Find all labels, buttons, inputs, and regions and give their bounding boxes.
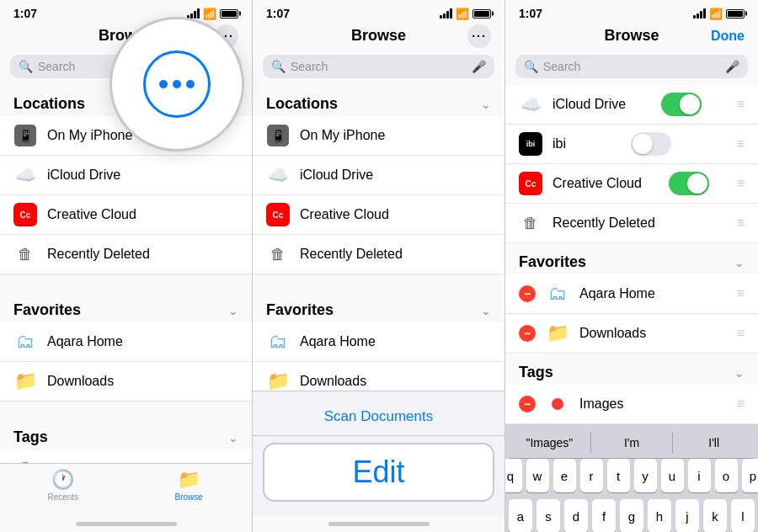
key-j[interactable]: j [675, 499, 699, 532]
favorites-chevron-2[interactable]: ⌄ [481, 304, 491, 317]
key-q[interactable]: q [505, 459, 522, 492]
key-s[interactable]: s [536, 499, 560, 532]
drag-handle-ibi[interactable]: ≡ [737, 136, 745, 152]
list-item-on-my-iphone-2[interactable]: 📱 On My iPhone [253, 116, 504, 156]
list-item-downloads-1[interactable]: 📁 Downloads [0, 362, 252, 402]
tab-browse-1[interactable]: 📁 Browse [126, 469, 253, 502]
list-item-ibi-3[interactable]: ibi ibi ≡ [505, 125, 758, 164]
drag-handle-downloads[interactable]: ≡ [737, 326, 745, 341]
favorites-title-3: Favorites [519, 253, 586, 271]
list-item-downloads-3[interactable]: − 📁 Downloads ≡ [505, 314, 758, 354]
downloads-label-3: Downloads [579, 326, 646, 341]
done-button[interactable]: Done [711, 29, 745, 44]
favorites-section-1: Favorites ⌄ [0, 291, 252, 322]
status-bar-1: 1:07 📶 [0, 0, 252, 24]
downloads-icon-1: 📁 [13, 370, 37, 393]
key-g[interactable]: g [620, 499, 643, 532]
key-d[interactable]: d [564, 499, 588, 532]
key-a[interactable]: a [509, 499, 532, 532]
ibi-toggle[interactable] [631, 132, 671, 156]
key-k[interactable]: k [703, 499, 727, 532]
list-item-recently-deleted-1[interactable]: 🗑 Recently Deleted [0, 235, 252, 274]
battery-icon-2 [472, 9, 491, 19]
autocomplete-images[interactable]: "Images" [509, 433, 591, 453]
favorites-chevron-1[interactable]: ⌄ [228, 304, 238, 317]
drag-handle-images[interactable]: ≡ [737, 396, 745, 412]
creative-icon-2: Cc [266, 203, 290, 226]
autocomplete-bar: "Images" I'm I'll [509, 429, 755, 459]
more-dots-2: ··· [472, 29, 487, 43]
list-item-downloads-2[interactable]: 📁 Downloads [253, 362, 504, 391]
list-item-recently-deleted-2[interactable]: 🗑 Recently Deleted [253, 235, 504, 274]
key-t[interactable]: t [607, 459, 630, 492]
key-p[interactable]: p [742, 459, 759, 492]
wifi-icon-2: 📶 [456, 8, 469, 20]
header-3: Browse Done [505, 24, 758, 51]
wifi-icon-1: 📶 [203, 8, 216, 20]
scan-documents-button[interactable]: Scan Documents [253, 398, 504, 436]
kb-row-1: q w e r t y u i o p [509, 459, 755, 492]
list-item-aqara-3[interactable]: − 🗂 Aqara Home ≡ [505, 274, 758, 314]
drag-handle-aqara[interactable]: ≡ [737, 286, 745, 301]
icloud-toggle[interactable] [661, 93, 702, 116]
remove-downloads-button[interactable]: − [519, 325, 536, 342]
list-item-creative-3[interactable]: Cc Creative Cloud ≡ [505, 164, 758, 204]
list-item-creative-1[interactable]: Cc Creative Cloud [0, 195, 252, 235]
signal-icon-2 [440, 8, 452, 19]
favorites-chevron-3[interactable]: ⌄ [734, 256, 745, 269]
key-e[interactable]: e [553, 459, 576, 492]
key-u[interactable]: u [661, 459, 684, 492]
list-item-images-3[interactable]: − Images ≡ [505, 385, 758, 424]
home-indicator-1 [0, 515, 252, 532]
aqara-icon-3: 🗂 [546, 282, 569, 306]
list-item-creative-2[interactable]: Cc Creative Cloud [253, 195, 504, 235]
remove-images-button[interactable]: − [519, 396, 536, 412]
key-l[interactable]: l [731, 499, 755, 532]
tab-bar-1: 🕐 Recents 📁 Browse [0, 463, 252, 515]
key-f[interactable]: f [592, 499, 616, 532]
list-item-icloud-3[interactable]: ☁️ iCloud Drive ≡ [505, 85, 758, 125]
creative-icon-3: Cc [519, 172, 542, 195]
icloud-icon-1: ☁️ [13, 163, 37, 187]
locations-chevron-2[interactable]: ⌄ [481, 98, 491, 111]
more-button-2[interactable]: ··· [467, 24, 491, 48]
autocomplete-im[interactable]: I'm [591, 433, 674, 453]
status-icons-3: 📶 [693, 8, 745, 20]
dots-icon [143, 51, 211, 118]
autocomplete-ill[interactable]: I'll [673, 433, 755, 453]
key-y[interactable]: y [634, 459, 657, 492]
tags-chevron-1[interactable]: ⌄ [228, 431, 238, 444]
drag-handle-creative[interactable]: ≡ [737, 176, 745, 191]
edit-button-large[interactable]: Edit [263, 443, 494, 502]
recents-icon-1: 🕐 [51, 469, 74, 491]
list-item-icloud-2[interactable]: ☁️ iCloud Drive [253, 156, 504, 195]
search-bar-3[interactable]: 🔍 Search 🎤 [515, 55, 748, 78]
key-h[interactable]: h [648, 499, 671, 532]
drag-handle-deleted[interactable]: ≡ [737, 215, 745, 231]
key-w[interactable]: w [526, 459, 549, 492]
list-item-aqara-2[interactable]: 🗂 Aqara Home [253, 322, 504, 362]
images-dot-icon-1 [13, 457, 37, 463]
remove-aqara-button[interactable]: − [519, 285, 536, 302]
key-o[interactable]: o [715, 459, 738, 492]
circle-overlay [109, 17, 244, 152]
search-bar-2[interactable]: 🔍 Search 🎤 [263, 55, 494, 78]
on-my-iphone-label-2: On My iPhone [300, 128, 385, 143]
aqara-label-1: Aqara Home [47, 334, 123, 349]
creative-toggle[interactable] [669, 172, 709, 195]
status-icons-2: 📶 [440, 8, 491, 20]
list-item-aqara-1[interactable]: 🗂 Aqara Home [0, 322, 252, 362]
drag-handle-icloud[interactable]: ≡ [737, 97, 745, 112]
favorites-title-2: Favorites [266, 301, 334, 319]
phone-3: 1:07 📶 Browse Done 🔍 Search 🎤 ☁️ iCloud … [505, 0, 758, 532]
tab-recents-1[interactable]: 🕐 Recents [0, 469, 126, 502]
key-r[interactable]: r [580, 459, 603, 492]
list-item-images-1[interactable]: Images [0, 450, 252, 463]
scroll-content-1: Locations 📱 On My iPhone ☁️ iCloud Drive… [0, 85, 252, 463]
trash-icon-3: 🗑 [519, 211, 542, 235]
icloud-label-2: iCloud Drive [300, 168, 373, 183]
tags-chevron-3[interactable]: ⌄ [734, 366, 745, 380]
list-item-recently-deleted-3[interactable]: 🗑 Recently Deleted ≡ [505, 204, 758, 243]
key-i[interactable]: i [688, 459, 711, 492]
list-item-icloud-1[interactable]: ☁️ iCloud Drive [0, 156, 252, 195]
